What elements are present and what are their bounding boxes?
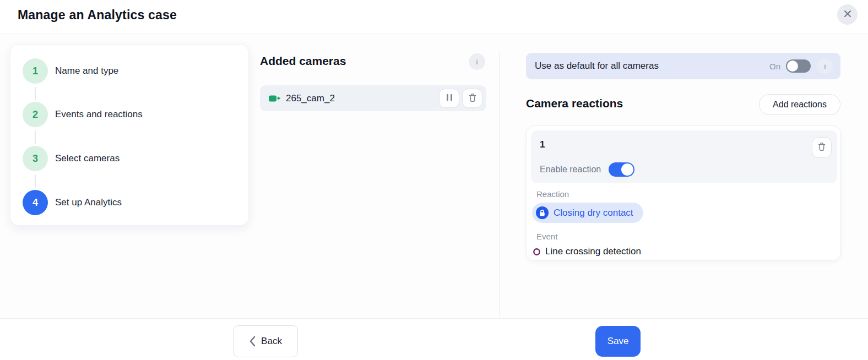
reaction-card-header: 1 Enable reaction xyxy=(531,130,837,183)
stepper-step-name-and-type[interactable]: 1 Name and type xyxy=(10,58,248,84)
camera-list-item[interactable]: 265_cam_2 xyxy=(260,85,486,111)
enable-reaction-label: Enable reaction xyxy=(540,165,601,174)
event-value-row: Line crossing detection xyxy=(533,246,641,257)
toggle-state-label: On xyxy=(769,62,780,71)
step-number-badge: 2 xyxy=(23,102,48,127)
trash-icon xyxy=(817,142,826,153)
step-label: Set up Analytics xyxy=(55,197,122,208)
step-connector xyxy=(35,87,36,100)
reaction-field-label: Reaction xyxy=(536,189,569,199)
stepper-step-events-and-reactions[interactable]: 2 Events and reactions xyxy=(10,102,248,127)
step-number-badge: 3 xyxy=(23,146,48,171)
step-number-badge: 1 xyxy=(23,58,48,84)
add-reactions-button[interactable]: Add reactions xyxy=(759,94,840,115)
trash-icon xyxy=(468,93,477,104)
close-button[interactable] xyxy=(837,4,858,25)
toggle-knob xyxy=(787,61,798,72)
stepper-step-select-cameras[interactable]: 3 Select cameras xyxy=(10,146,248,171)
delete-reaction-button[interactable] xyxy=(812,137,832,158)
added-cameras-heading: Added cameras xyxy=(260,54,346,68)
toggle-knob xyxy=(621,163,633,176)
delete-camera-button[interactable] xyxy=(462,89,482,108)
event-field-label: Event xyxy=(536,232,557,241)
added-cameras-info-button[interactable]: i xyxy=(469,53,485,70)
camera-reactions-heading: Camera reactions xyxy=(526,97,623,110)
back-button[interactable]: Back xyxy=(233,325,298,357)
camera-icon xyxy=(269,95,280,102)
step-connector xyxy=(35,130,36,144)
camera-name: 265_cam_2 xyxy=(286,93,439,104)
lock-icon xyxy=(536,206,549,219)
enable-reaction-toggle[interactable] xyxy=(609,162,634,177)
dialog-footer: Back Save xyxy=(0,318,868,360)
step-label: Select cameras xyxy=(55,153,120,164)
reaction-card: 1 Enable reaction Reaction Closing dry c… xyxy=(526,126,841,261)
pause-icon xyxy=(446,94,453,103)
step-label: Events and reactions xyxy=(55,109,143,120)
dialog-header: Manage an Analytics case xyxy=(0,0,868,34)
step-label: Name and type xyxy=(55,66,118,77)
reaction-value: Closing dry contact xyxy=(554,208,633,219)
stepper-panel: 1 Name and type 2 Events and reactions 3… xyxy=(10,44,249,226)
manage-analytics-case-dialog: Manage an Analytics case 1 Name and type… xyxy=(0,0,868,360)
save-button[interactable]: Save xyxy=(595,326,641,357)
column-divider xyxy=(499,52,500,317)
info-icon: i xyxy=(476,58,478,66)
stepper-step-set-up-analytics[interactable]: 4 Set up Analytics xyxy=(10,190,248,215)
event-value: Line crossing detection xyxy=(545,246,641,257)
use-as-default-label: Use as default for all cameras xyxy=(535,61,769,72)
line-crossing-icon xyxy=(533,248,541,256)
page-title: Manage an Analytics case xyxy=(18,8,177,23)
close-icon xyxy=(843,9,852,20)
chevron-left-icon xyxy=(249,336,256,347)
info-icon: i xyxy=(824,62,826,70)
reaction-index: 1 xyxy=(540,139,545,150)
step-number-badge: 4 xyxy=(23,190,48,215)
default-banner-info-button[interactable]: i xyxy=(817,58,833,74)
reaction-value-chip[interactable]: Closing dry contact xyxy=(532,203,643,223)
pause-camera-button[interactable] xyxy=(439,89,459,108)
back-button-label: Back xyxy=(261,336,282,347)
use-as-default-toggle[interactable] xyxy=(786,59,811,73)
use-as-default-banner: Use as default for all cameras On i xyxy=(526,53,840,79)
step-connector xyxy=(35,174,36,188)
